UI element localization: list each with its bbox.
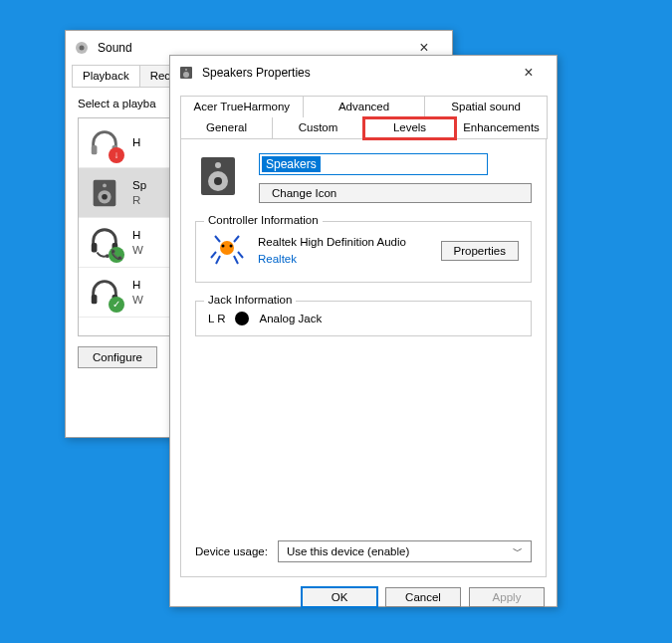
tab-custom[interactable]: Custom — [272, 117, 364, 139]
chevron-down-icon: ﹀ — [513, 544, 523, 558]
svg-point-6 — [102, 193, 108, 199]
close-icon[interactable]: × — [509, 64, 549, 82]
sound-app-icon — [74, 40, 90, 56]
controller-vendor-link[interactable]: Realtek — [258, 251, 429, 268]
device-usage-value: Use this device (enable) — [287, 545, 409, 557]
device-text: H W — [132, 228, 143, 257]
controller-properties-button[interactable]: Properties — [441, 241, 519, 261]
svg-point-19 — [215, 162, 221, 168]
realtek-crab-icon — [208, 232, 246, 270]
svg-point-1 — [80, 46, 85, 51]
device-usage-label: Device usage: — [195, 545, 268, 557]
speaker-icon — [87, 175, 122, 211]
svg-point-21 — [222, 245, 225, 248]
status-badge-icon: ✓ — [109, 297, 124, 313]
tab-enhancements[interactable]: Enhancements — [455, 117, 548, 139]
jack-dot-icon — [235, 312, 249, 325]
jack-label: Analog Jack — [259, 313, 322, 324]
device-text: H W — [132, 278, 143, 307]
headphones-icon: ✓ — [87, 275, 122, 311]
device-name-input[interactable]: Speakers — [262, 156, 321, 172]
device-name-input-wrapper: Speakers — [259, 153, 488, 175]
speakers-properties-window: Speakers Properties × Acer TrueHarmony A… — [169, 55, 558, 607]
sound-title: Sound — [98, 41, 132, 55]
svg-rect-8 — [92, 243, 98, 252]
controller-name: Realtek High Definition Audio — [258, 234, 429, 251]
tab-acer-trueharmony[interactable]: Acer TrueHarmony — [180, 96, 304, 117]
controller-text: Realtek High Definition Audio Realtek — [258, 234, 429, 269]
tab-levels[interactable]: Levels — [363, 117, 456, 139]
tab-advanced[interactable]: Advanced — [303, 96, 426, 117]
svg-point-20 — [220, 241, 234, 255]
controller-info-group: Controller Information Realtek High Defi… — [195, 221, 532, 283]
svg-rect-11 — [92, 294, 98, 303]
svg-point-14 — [183, 72, 189, 78]
change-icon-button[interactable]: Change Icon — [259, 183, 532, 203]
device-usage-select[interactable]: Use this device (enable) ﹀ — [278, 540, 532, 562]
status-badge-icon: 📞 — [109, 247, 124, 263]
tab-playback[interactable]: Playback — [72, 65, 140, 87]
headset-icon: 📞 — [87, 225, 122, 261]
props-title: Speakers Properties — [202, 66, 311, 80]
device-text: Sp R — [132, 178, 146, 207]
device-big-icon — [195, 153, 241, 199]
tab-general[interactable]: General — [180, 117, 273, 139]
cancel-button[interactable]: Cancel — [385, 587, 461, 607]
dialog-footer: OK Cancel Apply — [170, 577, 557, 617]
svg-point-18 — [214, 177, 222, 185]
jack-info-group: Jack Information L R Analog Jack — [195, 301, 532, 336]
svg-point-15 — [185, 69, 187, 71]
props-tabs: Acer TrueHarmony Advanced Spatial sound … — [180, 96, 547, 139]
configure-button[interactable]: Configure — [78, 346, 157, 368]
device-usage-row: Device usage: Use this device (enable) ﹀ — [195, 540, 532, 562]
headphones-icon: ↓ — [87, 125, 122, 161]
ok-button[interactable]: OK — [302, 587, 377, 607]
general-tab-content: Speakers Change Icon Controller Informat… — [180, 139, 547, 577]
device-text: H — [132, 135, 140, 149]
svg-rect-2 — [92, 144, 98, 153]
speaker-app-icon — [178, 65, 194, 81]
jack-lr-label: L R — [208, 313, 225, 324]
apply-button[interactable]: Apply — [469, 587, 545, 607]
props-titlebar[interactable]: Speakers Properties × — [170, 56, 557, 90]
tab-spatial-sound[interactable]: Spatial sound — [424, 96, 548, 117]
jack-legend: Jack Information — [204, 294, 296, 306]
svg-point-7 — [103, 183, 107, 187]
controller-legend: Controller Information — [204, 214, 323, 226]
svg-point-22 — [230, 245, 233, 248]
status-badge-icon: ↓ — [109, 147, 124, 163]
